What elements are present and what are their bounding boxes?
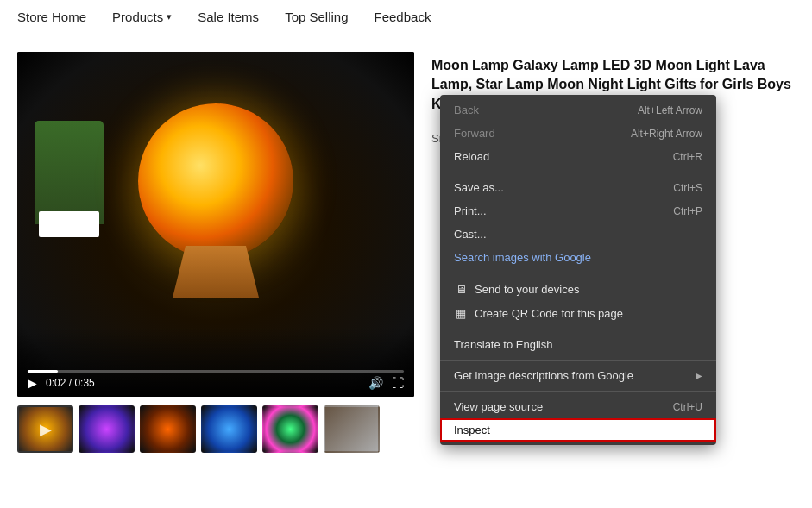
nav-item-top-selling[interactable]: Top Selling <box>285 9 348 24</box>
moon-lamp <box>138 103 293 259</box>
ctx-label-inspect: Inspect <box>454 423 490 436</box>
ctx-group-1: Save as...Ctrl+SPrint...Ctrl+PCast...Sea… <box>440 172 716 273</box>
video-panel: ▶ 0:02 / 0:35 🔊 ⛶ ▶ <box>17 52 414 453</box>
thumbnail-4[interactable] <box>201 405 257 453</box>
ctx-item-view-source[interactable]: View page sourceCtrl+U <box>440 395 716 418</box>
progress-fill <box>28 370 58 373</box>
ctx-shortcut-reload: Ctrl+R <box>673 151 702 163</box>
play-button[interactable]: ▶ <box>28 376 37 390</box>
ctx-group-4: Get image descriptions from Google▶ <box>440 361 716 392</box>
device-icon: 🖥 <box>454 282 468 296</box>
ctx-label-search-images: Search images with Google <box>454 251 591 264</box>
ctx-shortcut-save-as: Ctrl+S <box>673 182 702 194</box>
thumbnail-3[interactable] <box>140 405 196 453</box>
ctx-label-save-as: Save as... <box>454 181 504 194</box>
ctx-label-back: Back <box>454 103 479 116</box>
main-content: ▶ 0:02 / 0:35 🔊 ⛶ ▶ <box>0 34 812 470</box>
ctx-shortcut-view-source: Ctrl+U <box>673 401 702 413</box>
ctx-shortcut-forward: Alt+Right Arrow <box>631 128 702 140</box>
ctx-item-search-images[interactable]: Search images with Google <box>440 246 716 269</box>
nav-item-products[interactable]: Products ▾ <box>112 9 172 24</box>
nav-item-store-home[interactable]: Store Home <box>17 9 86 24</box>
moon-stand <box>173 246 259 298</box>
plant-decoration <box>35 121 104 224</box>
volume-button[interactable]: 🔊 <box>368 376 383 390</box>
ctx-label-view-source: View page source <box>454 400 543 413</box>
video-background <box>17 52 414 397</box>
context-menu: BackAlt+Left ArrowForwardAlt+Right Arrow… <box>440 95 716 445</box>
progress-bar[interactable] <box>28 370 404 373</box>
ctx-arrow-image-desc: ▶ <box>696 371 702 380</box>
ctx-label-send-devices: Send to your devices <box>475 283 579 296</box>
ctx-item-translate[interactable]: Translate to English <box>440 333 716 356</box>
ctx-label-cast: Cast... <box>454 228 487 241</box>
ctx-label-forward: Forward <box>454 127 495 140</box>
ctx-group-3: Translate to English <box>440 329 716 361</box>
ctx-group-0: BackAlt+Left ArrowForwardAlt+Right Arrow… <box>440 95 716 172</box>
plant-pot <box>39 211 99 237</box>
ctx-item-send-devices[interactable]: 🖥Send to your devices <box>440 277 716 301</box>
ctx-item-cast[interactable]: Cast... <box>440 223 716 246</box>
ctx-group-5: View page sourceCtrl+UInspect <box>440 392 716 445</box>
ctx-item-forward[interactable]: ForwardAlt+Right Arrow <box>440 122 716 145</box>
chevron-down-icon: ▾ <box>167 11 172 22</box>
thumbnail-1[interactable]: ▶ <box>17 405 73 453</box>
time-display: 0:02 / 0:35 <box>46 377 360 389</box>
thumbnail-5[interactable] <box>262 405 318 453</box>
ctx-group-2: 🖥Send to your devices▦Create QR Code for… <box>440 273 716 329</box>
thumbnail-6[interactable] <box>324 405 380 453</box>
ctx-item-reload[interactable]: ReloadCtrl+R <box>440 145 716 168</box>
thumbnail-2[interactable] <box>79 405 135 453</box>
nav-item-sale-items[interactable]: Sale Items <box>198 9 259 24</box>
ctx-item-inspect[interactable]: Inspect <box>440 418 716 442</box>
fullscreen-button[interactable]: ⛶ <box>392 376 404 390</box>
ctx-label-translate: Translate to English <box>454 338 552 351</box>
qr-icon: ▦ <box>454 306 468 320</box>
nav-item-feedback[interactable]: Feedback <box>375 9 431 24</box>
thumbnail-strip: ▶ <box>17 405 414 453</box>
ctx-item-print[interactable]: Print...Ctrl+P <box>440 199 716 223</box>
ctx-label-image-desc: Get image descriptions from Google <box>454 369 633 382</box>
nav-bar: Store Home Products ▾ Sale Items Top Sel… <box>0 0 812 34</box>
ctx-item-image-desc[interactable]: Get image descriptions from Google▶ <box>440 364 716 387</box>
ctx-item-create-qr[interactable]: ▦Create QR Code for this page <box>440 301 716 325</box>
ctx-shortcut-print: Ctrl+P <box>673 205 702 217</box>
controls-row: ▶ 0:02 / 0:35 🔊 ⛶ <box>28 376 404 390</box>
ctx-label-create-qr: Create QR Code for this page <box>475 307 623 320</box>
video-controls: ▶ 0:02 / 0:35 🔊 ⛶ <box>17 363 414 397</box>
video-player[interactable]: ▶ 0:02 / 0:35 🔊 ⛶ <box>17 52 414 397</box>
ctx-item-back[interactable]: BackAlt+Left Arrow <box>440 98 716 122</box>
ctx-shortcut-back: Alt+Left Arrow <box>638 104 702 116</box>
ctx-item-save-as[interactable]: Save as...Ctrl+S <box>440 176 716 199</box>
ctx-label-print: Print... <box>454 204 487 217</box>
play-icon: ▶ <box>19 407 72 451</box>
ctx-label-reload: Reload <box>454 150 489 163</box>
